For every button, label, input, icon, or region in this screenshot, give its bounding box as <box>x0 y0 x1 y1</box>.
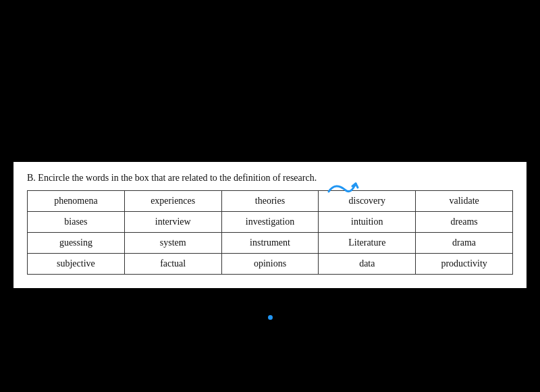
table-row: subjectivefactualopinionsdataproductivit… <box>28 254 513 275</box>
table-cell: opinions <box>221 254 319 275</box>
table-cell: interview <box>124 212 221 233</box>
table-cell: factual <box>124 254 221 275</box>
table-row: phenomenaexperiencestheoriesdiscoveryval… <box>28 191 513 212</box>
table-row: guessingsysteminstrumentLiteraturedrama <box>28 233 513 254</box>
investigation-text: investigation <box>246 217 294 227</box>
table-cell: system <box>124 233 221 254</box>
table-cell: guessing <box>28 233 125 254</box>
table-cell: theories <box>221 191 319 212</box>
table-cell: biases <box>28 212 125 233</box>
table-cell: phenomena <box>28 191 125 212</box>
table-cell: experiences <box>124 191 221 212</box>
table-cell: Literature <box>319 233 416 254</box>
table-cell: instrument <box>221 233 319 254</box>
content-card: B. Encircle the words in the box that ar… <box>14 162 526 288</box>
top-black-area <box>0 0 540 162</box>
instruction-text: B. Encircle the words in the box that ar… <box>27 173 513 184</box>
table-cell: productivity <box>416 254 513 275</box>
table-cell: dreams <box>416 212 513 233</box>
table-cell: intuition <box>319 212 416 233</box>
table-cell: investigation <box>221 212 319 233</box>
table-cell: discovery <box>319 191 416 212</box>
table-cell: subjective <box>28 254 125 275</box>
word-table: phenomenaexperiencestheoriesdiscoveryval… <box>27 190 513 275</box>
table-cell: validate <box>416 191 513 212</box>
table-cell: data <box>319 254 416 275</box>
bottom-black-area <box>0 288 540 392</box>
table-row: biasesinterviewinvestigationintuitiondre… <box>28 212 513 233</box>
blue-dot <box>268 315 273 320</box>
table-cell: drama <box>416 233 513 254</box>
